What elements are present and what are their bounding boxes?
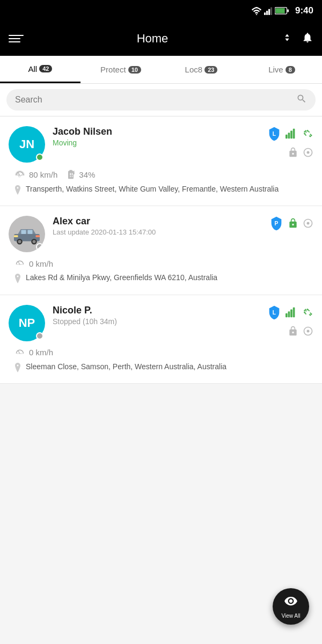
tab-all[interactable]: All 42	[0, 56, 80, 83]
tab-loc8[interactable]: Loc8 23	[161, 56, 241, 83]
svg-text:P: P	[275, 221, 279, 226]
search-input[interactable]	[15, 95, 292, 105]
status-dot-nicole	[36, 332, 43, 340]
lock-icon-alexcar-top	[288, 217, 298, 231]
shield-icon-jacob: L	[267, 126, 281, 143]
svg-point-26	[307, 222, 310, 225]
device-icons-nicole: L	[267, 305, 313, 339]
device-info-nicole: Nicole P. Stopped (10h 34m)	[53, 305, 260, 326]
device-header-jacob: JN Jacob Nilsen Moving L	[9, 126, 313, 163]
svg-rect-2	[266, 11, 268, 15]
bell-icon[interactable]	[302, 32, 313, 46]
svg-rect-10	[288, 133, 290, 138]
svg-rect-22	[28, 230, 33, 235]
svg-point-0	[256, 14, 258, 15]
tab-protect-label: Protect	[100, 65, 126, 74]
speed-value-jacob: 80 km/h	[29, 170, 57, 179]
svg-point-13	[307, 151, 310, 154]
svg-rect-7	[275, 8, 284, 13]
address-alexcar: Lakes Rd & Minilya Pkwy, Greenfields WA …	[9, 273, 313, 287]
pin-icon-nicole	[14, 363, 21, 376]
tabs-bar: All 42 Protect 10 Loc8 23 Live 8	[0, 56, 322, 84]
signal-icon-nicole	[286, 306, 297, 320]
device-status-jacob: Moving	[53, 138, 260, 147]
address-text-alexcar: Lakes Rd & Minilya Pkwy, Greenfields WA …	[26, 273, 217, 283]
device-info-alexcar: Alex car Last update 2020-01-13 15:47:00	[53, 216, 262, 236]
svg-text:L: L	[273, 131, 276, 137]
fab-view-all[interactable]: View All	[273, 588, 309, 625]
metrics-jacob: 80 km/h 34%	[9, 169, 313, 180]
tab-live[interactable]: Live 8	[241, 56, 322, 83]
status-dot-jacob	[36, 153, 43, 161]
avatar-nicole: NP	[9, 305, 45, 341]
eye-icon	[284, 594, 298, 611]
icon-row-bottom-nicole	[288, 325, 313, 339]
device-status-alexcar: Last update 2020-01-13 15:47:00	[53, 228, 262, 236]
top-nav: Home	[0, 21, 322, 56]
signal-icon-jacob	[286, 128, 297, 142]
icon-row-bottom-jacob	[288, 147, 313, 160]
speedometer-icon-nicole	[14, 348, 26, 357]
svg-rect-31	[293, 308, 295, 317]
speed-jacob: 80 km/h	[14, 170, 57, 179]
address-text-jacob: Transperth, Watkins Street, White Gum Va…	[26, 184, 279, 195]
svg-rect-9	[286, 135, 288, 138]
fab-label: View All	[282, 613, 301, 619]
svg-point-18	[18, 240, 21, 244]
tab-protect[interactable]: Protect 10	[80, 56, 161, 83]
fuel-value-jacob: 34%	[79, 170, 95, 179]
device-name-alexcar: Alex car	[53, 216, 262, 227]
svg-rect-29	[288, 311, 290, 317]
address-nicole: Sleeman Close, Samson, Perth, Western Au…	[9, 362, 313, 376]
hamburger-icon[interactable]	[9, 35, 24, 42]
target-icon-jacob	[303, 147, 313, 160]
sort-icon[interactable]	[281, 32, 293, 46]
tab-live-badge: 8	[286, 66, 295, 74]
wifi-icon	[251, 6, 262, 15]
device-name-jacob: Jacob Nilsen	[53, 126, 260, 137]
device-name-nicole: Nicole P.	[53, 305, 260, 316]
icon-row-top-nicole: L	[267, 305, 313, 322]
icon-row-top-jacob: L	[267, 126, 313, 143]
tab-protect-badge: 10	[128, 66, 141, 74]
target-icon-alexcar-top	[303, 218, 313, 231]
speed-nicole: 0 km/h	[14, 348, 53, 357]
shield-icon-alexcar: P	[269, 216, 283, 233]
target-icon-nicole	[303, 326, 313, 339]
device-card-alexcar[interactable]: Alex car Last update 2020-01-13 15:47:00…	[0, 206, 322, 295]
device-icons-alexcar: P	[269, 216, 313, 233]
metrics-alexcar: 0 km/h	[9, 259, 313, 268]
metrics-nicole: 0 km/h	[9, 348, 313, 357]
device-list: JN Jacob Nilsen Moving L	[0, 116, 322, 384]
device-status-nicole: Stopped (10h 34m)	[53, 317, 260, 326]
tab-loc8-badge: 23	[204, 66, 217, 74]
device-card-jacob[interactable]: JN Jacob Nilsen Moving L	[0, 116, 322, 206]
nav-title: Home	[30, 32, 275, 46]
nav-actions	[281, 32, 313, 46]
device-info-jacob: Jacob Nilsen Moving	[53, 126, 260, 147]
tab-all-label: All	[28, 64, 38, 74]
avatar-jacob: JN	[9, 126, 45, 163]
svg-rect-1	[264, 12, 266, 15]
avatar-alexcar	[9, 216, 45, 252]
device-card-nicole[interactable]: NP Nicole P. Stopped (10h 34m) L	[0, 295, 322, 384]
svg-rect-30	[290, 309, 292, 317]
svg-rect-3	[268, 9, 270, 15]
fuel-icon-jacob	[66, 169, 76, 180]
battery-icon	[275, 7, 289, 14]
svg-rect-28	[286, 313, 288, 317]
search-icon	[296, 93, 307, 106]
fuel-jacob: 34%	[66, 169, 95, 180]
speed-value-alexcar: 0 km/h	[29, 259, 53, 268]
tab-loc8-label: Loc8	[185, 65, 203, 74]
svg-rect-14	[74, 172, 75, 174]
status-time: 9:40	[295, 5, 313, 16]
svg-rect-24	[36, 236, 40, 238]
svg-rect-23	[14, 236, 18, 238]
tab-live-label: Live	[268, 65, 283, 74]
tab-all-badge: 42	[39, 65, 52, 72]
svg-rect-11	[290, 131, 292, 139]
pin-icon-alexcar	[14, 274, 21, 287]
svg-rect-21	[21, 230, 26, 235]
svg-point-20	[33, 240, 36, 244]
